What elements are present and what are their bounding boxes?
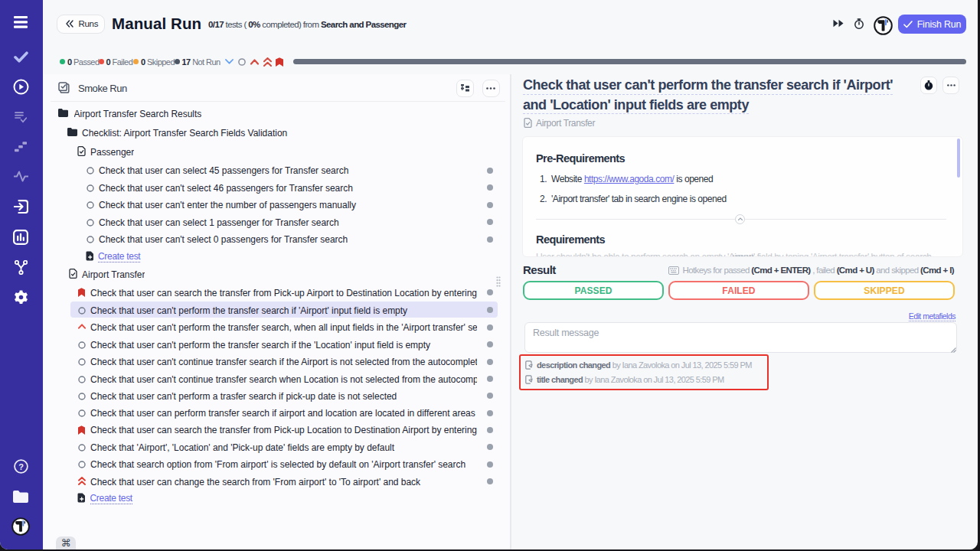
svg-text:?: ?: [18, 462, 24, 471]
